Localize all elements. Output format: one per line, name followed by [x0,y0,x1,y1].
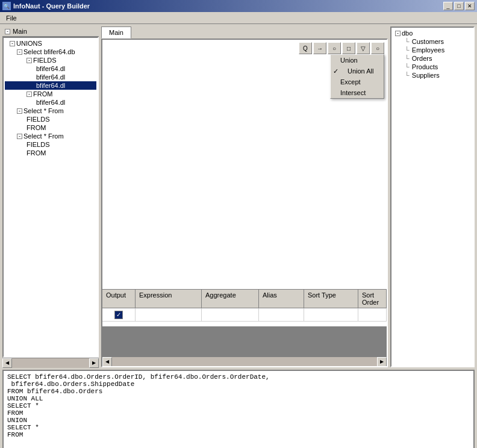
close-button[interactable]: ✕ [465,2,475,10]
tree-field-1[interactable]: bfifer64.dl [5,64,96,73]
left-scroll-left[interactable]: ◀ [2,358,12,368]
rect-btn[interactable]: □ [342,42,355,54]
col-output: Output [102,290,136,308]
grid-scroll-left[interactable]: ◀ [102,357,112,367]
tree-dbo-customers[interactable]: └ Customers [393,37,472,46]
arrow-btn[interactable]: → [313,42,326,54]
col-sortorder: Sort Order [358,290,387,308]
design-canvas: Q → ○ □ ▽ ○ Union ✓ Union All Except Int… [102,40,387,289]
app-icon: 🔍 [2,2,11,10]
tree-dbo-suppliers[interactable]: └ Suppliers [393,71,472,79]
tree-select-3[interactable]: - Select * From [5,132,96,140]
col-alias: Alias [259,290,304,308]
tree-dbo-employees[interactable]: └ Employees [393,46,472,54]
union-option[interactable]: Union [331,55,384,66]
file-menu[interactable]: File [2,13,20,23]
cell-sorttype[interactable] [304,308,358,321]
right-panel: - dbo └ Customers └ Employees └ Orders └… [390,26,475,367]
main-tree: - UNIONS - Select bfifer64.db - FIELDS b… [4,38,98,158]
from1-toggle[interactable]: - [26,92,32,97]
select3-toggle[interactable]: - [17,134,22,139]
tree-from-field-1[interactable]: bfifer64.dl [5,98,96,107]
col-expression: Expression [136,290,202,308]
output-checkbox[interactable]: ✓ [114,311,123,319]
except-option[interactable]: Except [331,76,384,87]
query-area: Q → ○ □ ▽ ○ Union ✓ Union All Except Int… [101,39,388,367]
grid-hscroll[interactable]: ◀ ▶ [102,356,387,366]
col-sorttype: Sort Type [304,290,358,308]
dbo-tree: - dbo └ Customers └ Employees └ Orders └… [391,28,473,81]
select1-toggle[interactable]: - [17,49,22,55]
grid-empty-area [102,326,387,356]
extra-btn[interactable]: ○ [371,42,384,54]
cell-alias[interactable] [259,308,304,321]
main-toggle[interactable]: - [5,29,10,34]
dbo-toggle[interactable]: - [395,31,401,36]
title-bar-left: 🔍 InfoNaut - Query Builder [2,2,90,10]
grid-scroll-right[interactable]: ▶ [377,357,387,367]
query-toolbar: Q → ○ □ ▽ ○ [299,42,384,54]
menu-bar: File [0,12,477,24]
intersect-option[interactable]: Intersect [331,87,384,98]
tree-field-2[interactable]: bfifer64.dl [5,73,96,81]
tree-from-3[interactable]: FROM [5,149,96,157]
left-panel-title: Main [13,28,27,35]
tree-select-1[interactable]: - Select bfifer64.db [5,48,96,56]
grid-scroll-track[interactable] [112,357,377,367]
tree-dbo-products[interactable]: └ Products [393,63,472,71]
union-all-option[interactable]: ✓ Union All [331,66,384,76]
circle-btn[interactable]: ○ [328,42,341,54]
fields1-toggle[interactable]: - [26,58,32,63]
unions-toggle[interactable]: - [10,41,15,46]
window-content: - Main - UNIONS - Select bfifer64.db - F… [0,24,477,370]
tree-dbo[interactable]: - dbo [393,29,472,37]
tree-fields-1[interactable]: - FIELDS [5,56,96,64]
title-bar-controls[interactable]: _ □ ✕ [443,2,475,10]
tree-fields-2[interactable]: FIELDS [5,115,96,123]
cell-expression[interactable] [136,308,202,321]
title-bar: 🔍 InfoNaut - Query Builder _ □ ✕ [0,0,477,12]
sql-panel: SELECT bfifer64.dbo.Orders.OrderID, bfif… [2,370,475,448]
tree-dbo-orders[interactable]: └ Orders [393,54,472,63]
left-scroll-right[interactable]: ▶ [89,358,99,368]
left-tree-panel: - UNIONS - Select bfifer64.db - FIELDS b… [2,37,99,358]
tree-from-2[interactable]: FROM [5,123,96,132]
left-scroll-track[interactable] [12,358,89,368]
left-panel-header: - Main [2,26,99,37]
tree-from-1[interactable]: - FROM [5,90,96,98]
title-text: InfoNaut - Query Builder [13,2,90,10]
select2-toggle[interactable]: - [17,108,22,114]
query-btn[interactable]: Q [299,42,312,54]
dropdown-btn[interactable]: ▽ [357,42,370,54]
tab-bar: Main [101,26,388,39]
cell-sortorder[interactable] [358,308,387,321]
minimize-button[interactable]: _ [443,2,453,10]
tree-select-2[interactable]: - Select * From [5,107,96,115]
tree-fields-3[interactable]: FIELDS [5,140,96,149]
grid-panel: Output Expression Aggregate Alias Sort T… [102,289,387,366]
union-dropdown: Union ✓ Union All Except Intersect [330,54,384,99]
tree-unions[interactable]: - UNIONS [5,39,96,48]
grid-header: Output Expression Aggregate Alias Sort T… [102,290,387,308]
left-panel-hscroll[interactable]: ◀ ▶ [2,358,99,367]
tab-main[interactable]: Main [101,26,131,39]
grid-body: ✓ [102,308,387,326]
cell-aggregate[interactable] [202,308,259,321]
table-row: ✓ [102,308,387,322]
cell-output[interactable]: ✓ [102,308,136,321]
tree-field-3[interactable]: bfifer64.dl [5,81,96,90]
center-panel: Main Q → ○ □ ▽ ○ Union ✓ [101,26,388,367]
maximize-button[interactable]: □ [454,2,464,10]
col-aggregate: Aggregate [202,290,259,308]
